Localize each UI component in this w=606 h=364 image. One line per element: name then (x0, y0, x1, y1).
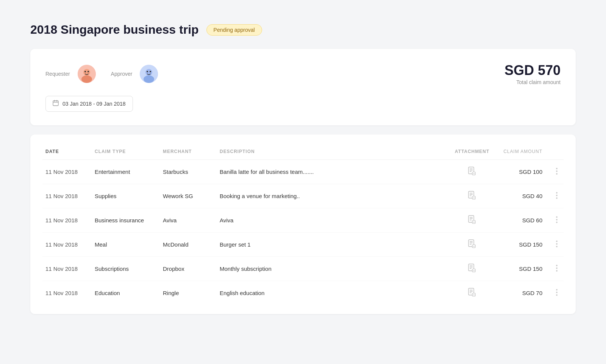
cell-actions[interactable] (548, 208, 564, 233)
cell-amount: SGD 100 (495, 160, 548, 184)
svg-text:≡: ≡ (473, 197, 475, 199)
cell-description: Aviva (217, 208, 452, 233)
svg-rect-33 (470, 217, 473, 217)
table-row: 11 Nov 2018 Business insurance Aviva Avi… (42, 208, 564, 233)
date-range-row: 03 Jan 2018 - 09 Jan 2018 (45, 96, 561, 112)
cell-merchant: Ringle (160, 281, 217, 305)
svg-text:≡: ≡ (473, 221, 475, 223)
cell-amount: SGD 150 (495, 257, 548, 281)
col-header-merchant: MERCHANT (160, 144, 217, 160)
more-options-icon[interactable] (556, 265, 558, 272)
svg-point-4 (87, 71, 89, 72)
total-amount-block: SGD 570 Total claim amount (504, 62, 561, 85)
cell-description: Banilla latte for all business team.....… (217, 160, 452, 184)
approver-avatar (140, 65, 158, 83)
svg-point-57 (556, 267, 558, 269)
svg-rect-10 (53, 101, 58, 106)
more-options-icon[interactable] (556, 168, 558, 175)
col-header-actions (548, 144, 564, 160)
cell-actions[interactable] (548, 160, 564, 184)
svg-point-40 (556, 222, 558, 223)
cell-claim-type: Subscriptions (92, 257, 160, 281)
svg-point-3 (84, 71, 86, 72)
svg-point-7 (144, 75, 154, 83)
svg-rect-16 (470, 170, 473, 170)
attachment-file-icon: ≡ (468, 288, 476, 297)
attachment-file-icon: ≡ (468, 264, 476, 273)
table-row: 11 Nov 2018 Meal McDonald Burger set 1 ≡… (42, 233, 564, 257)
col-header-attachment: ATTACHMENT (452, 144, 495, 160)
cell-attachment: ≡ (452, 208, 495, 233)
approver-block: Approver (111, 65, 158, 83)
svg-point-29 (556, 192, 558, 194)
svg-rect-61 (470, 291, 473, 292)
cell-date: 11 Nov 2018 (42, 160, 92, 184)
cell-merchant: Wework SG (160, 184, 217, 208)
table-body: 11 Nov 2018 Entertainment Starbucks Bani… (42, 160, 564, 305)
claim-info-card: Requester Approver (30, 49, 576, 125)
table-row: 11 Nov 2018 Entertainment Starbucks Bani… (42, 160, 564, 184)
svg-rect-24 (470, 193, 473, 193)
svg-rect-26 (470, 195, 472, 196)
cell-actions[interactable] (548, 257, 564, 281)
more-options-icon[interactable] (556, 289, 558, 296)
cell-description: Burger set 1 (217, 233, 452, 257)
svg-point-38 (556, 216, 558, 218)
svg-point-30 (556, 195, 558, 196)
cell-actions[interactable] (548, 281, 564, 305)
approver-label: Approver (111, 71, 133, 77)
cell-attachment: ≡ (452, 184, 495, 208)
cell-date: 11 Nov 2018 (42, 233, 92, 257)
cell-amount: SGD 150 (495, 233, 548, 257)
col-header-date: DATE (42, 144, 92, 160)
more-options-icon[interactable] (556, 241, 558, 247)
table-header-row: DATE CLAIM TYPE MERCHANT DESCRIPTION ATT… (42, 144, 564, 160)
table-row: 11 Nov 2018 Education Ringle English edu… (42, 281, 564, 305)
svg-rect-42 (470, 241, 473, 242)
col-header-description: DESCRIPTION (217, 144, 452, 160)
cell-claim-type: Supplies (92, 184, 160, 208)
svg-rect-62 (470, 292, 472, 293)
claim-info-row: Requester Approver (45, 62, 561, 85)
cell-date: 11 Nov 2018 (42, 208, 92, 233)
svg-point-2 (81, 75, 92, 83)
col-header-claim-type: CLAIM TYPE (92, 144, 160, 160)
svg-point-49 (556, 246, 558, 247)
svg-point-20 (556, 168, 558, 169)
more-options-icon[interactable] (556, 192, 558, 199)
svg-point-21 (556, 170, 558, 172)
table-row: 11 Nov 2018 Subscriptions Dropbox Monthl… (42, 257, 564, 281)
cell-attachment: ≡ (452, 281, 495, 305)
cell-description: Booking a venue for marketing.. (217, 184, 452, 208)
svg-text:≡: ≡ (473, 269, 475, 272)
svg-text:≡: ≡ (473, 245, 475, 248)
more-options-icon[interactable] (556, 216, 558, 223)
cell-actions[interactable] (548, 184, 564, 208)
cell-date: 11 Nov 2018 (42, 257, 92, 281)
cell-date: 11 Nov 2018 (42, 281, 92, 305)
total-amount-value: SGD 570 (504, 62, 561, 78)
svg-rect-53 (470, 268, 472, 269)
requester-label: Requester (45, 71, 70, 77)
col-header-claim-amount: CLAIM AMOUNT (495, 144, 548, 160)
cell-amount: SGD 40 (495, 184, 548, 208)
svg-point-22 (556, 173, 558, 175)
cell-merchant: Aviva (160, 208, 217, 233)
cell-claim-type: Education (92, 281, 160, 305)
cell-actions[interactable] (548, 233, 564, 257)
date-range-badge: 03 Jan 2018 - 09 Jan 2018 (45, 96, 133, 112)
svg-rect-60 (470, 290, 473, 290)
svg-point-8 (147, 71, 148, 72)
svg-point-58 (556, 270, 558, 272)
svg-point-67 (556, 294, 558, 296)
svg-point-39 (556, 219, 558, 220)
requester-avatar (78, 65, 96, 83)
svg-rect-43 (470, 243, 473, 243)
cell-claim-type: Entertainment (92, 160, 160, 184)
attachment-file-icon: ≡ (468, 239, 476, 248)
attachment-file-icon: ≡ (468, 215, 476, 224)
cell-attachment: ≡ (452, 160, 495, 184)
svg-text:≡: ≡ (473, 172, 475, 175)
page-title: 2018 Singapore business trip (30, 23, 199, 37)
calendar-icon (53, 100, 59, 108)
